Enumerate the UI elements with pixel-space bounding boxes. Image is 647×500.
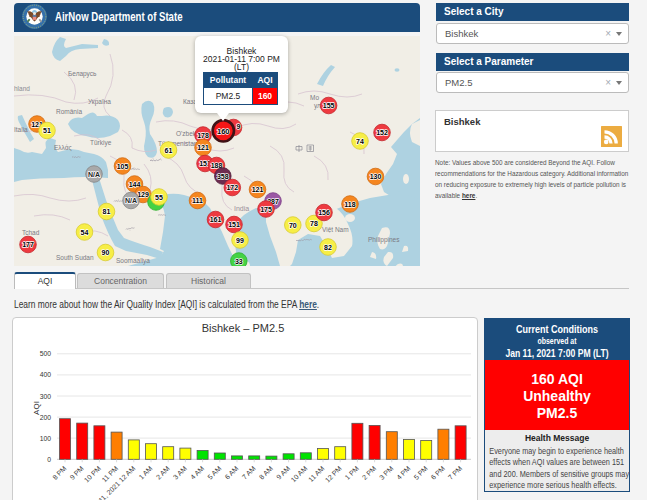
svg-text:12 PM: 12 PM	[324, 464, 343, 483]
svg-text:5 PM: 5 PM	[412, 464, 429, 481]
svg-text:Türkiye: Türkiye	[90, 139, 112, 147]
svg-text:1 AM: 1 AM	[137, 464, 153, 480]
svg-text:82: 82	[324, 244, 332, 251]
svg-text:Мо: Мо	[310, 94, 319, 101]
svg-text:Tchad: Tchad	[22, 229, 40, 236]
svg-text:61: 61	[165, 147, 173, 154]
svg-text:51: 51	[43, 127, 51, 134]
svg-text:70: 70	[289, 222, 297, 229]
svg-text:78: 78	[310, 220, 318, 227]
svg-text:8 AM: 8 AM	[258, 464, 274, 480]
svg-text:111: 111	[192, 197, 203, 204]
svg-text:4 AM: 4 AM	[189, 464, 205, 480]
svg-text:7 AM: 7 AM	[241, 464, 257, 480]
svg-text:300: 300	[40, 393, 52, 400]
svg-text:161: 161	[210, 216, 222, 223]
svg-text:România: România	[56, 108, 82, 115]
svg-text:156: 156	[318, 209, 330, 216]
svg-text:178: 178	[197, 132, 209, 139]
svg-text:74: 74	[356, 138, 364, 145]
svg-text:105: 105	[117, 163, 129, 170]
svg-text:144: 144	[129, 181, 141, 188]
svg-text:South Sudan: South Sudan	[56, 254, 94, 261]
svg-text:9: 9	[237, 123, 241, 130]
svg-text:N/A: N/A	[88, 171, 100, 178]
svg-text:160: 160	[217, 127, 230, 136]
svg-text:11 AM: 11 AM	[307, 464, 326, 483]
svg-text:118: 118	[344, 201, 355, 208]
svg-text:Việt Nam: Việt Nam	[322, 226, 349, 233]
svg-text:Україна: Україна	[88, 98, 111, 106]
svg-text:358: 358	[217, 173, 229, 180]
svg-text:177: 177	[22, 241, 34, 248]
svg-text:7 PM: 7 PM	[447, 464, 464, 481]
svg-text:Italia: Italia	[14, 126, 28, 133]
svg-text:100: 100	[40, 435, 52, 442]
svg-text:155: 155	[323, 102, 335, 109]
svg-text:4 PM: 4 PM	[395, 464, 412, 481]
svg-text:3 PM: 3 PM	[378, 464, 395, 481]
svg-text:33: 33	[235, 258, 243, 265]
svg-text:Soomaaliya: Soomaaliya	[116, 257, 150, 265]
svg-text:151: 151	[228, 221, 240, 228]
svg-text:400: 400	[40, 371, 52, 378]
svg-text:500: 500	[40, 350, 52, 357]
svg-text:5 AM: 5 AM	[206, 464, 222, 480]
svg-text:1 PM: 1 PM	[344, 464, 361, 481]
svg-text:172: 172	[226, 184, 238, 191]
svg-text:121: 121	[197, 144, 209, 151]
svg-text:Bishkek – PM2.5: Bishkek – PM2.5	[202, 322, 285, 334]
svg-text:6 AM: 6 AM	[223, 464, 239, 480]
svg-text:Ελλάς: Ελλάς	[54, 144, 72, 152]
svg-text:10 AM: 10 AM	[290, 464, 309, 483]
svg-text:8 PM: 8 PM	[51, 464, 68, 481]
svg-text:175: 175	[260, 206, 272, 213]
svg-text:AQI: AQI	[32, 401, 41, 415]
svg-text:0: 0	[47, 456, 51, 463]
svg-text:55: 55	[155, 194, 163, 201]
svg-text:2 PM: 2 PM	[361, 464, 378, 481]
svg-text:152: 152	[376, 129, 388, 136]
svg-text:hland: hland	[14, 85, 30, 92]
svg-text:India: India	[234, 205, 249, 212]
svg-text:99: 99	[236, 237, 244, 244]
svg-text:90: 90	[102, 249, 110, 256]
svg-text:Philippines: Philippines	[368, 236, 400, 244]
svg-text:10 PM: 10 PM	[83, 464, 102, 483]
svg-text:121: 121	[252, 186, 264, 193]
svg-text:3 AM: 3 AM	[172, 464, 188, 480]
svg-text:54: 54	[81, 229, 89, 236]
svg-text:130: 130	[370, 173, 382, 180]
svg-text:200: 200	[40, 414, 52, 421]
svg-text:81: 81	[103, 208, 111, 215]
svg-text:2 AM: 2 AM	[155, 464, 171, 480]
svg-text:Беларусь: Беларусь	[68, 70, 97, 78]
svg-text:N/A: N/A	[125, 197, 137, 204]
svg-text:6 PM: 6 PM	[430, 464, 447, 481]
